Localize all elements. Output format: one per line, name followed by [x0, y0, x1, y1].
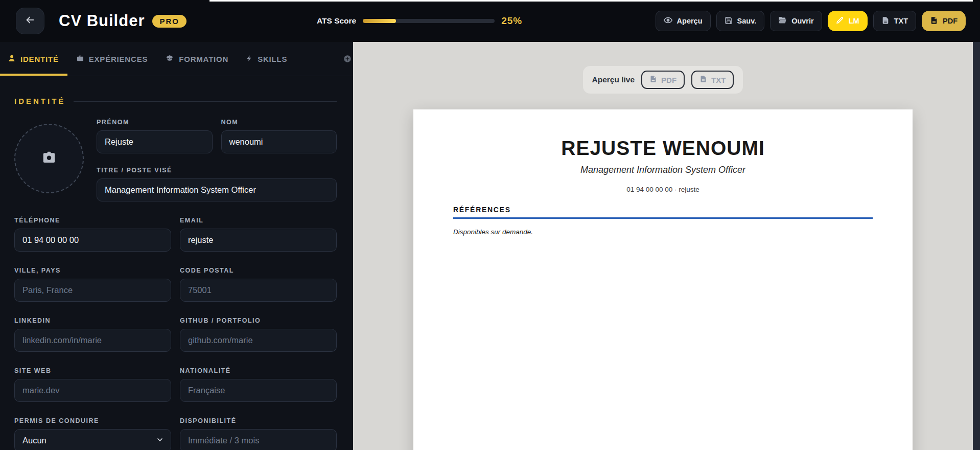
github-input[interactable]: [180, 329, 337, 352]
app-logo: CV Builder PRO: [59, 12, 186, 30]
lm-label: LM: [849, 17, 859, 25]
preview-pdf-label: PDF: [661, 76, 676, 84]
disponibilite-label: DISPONIBILITÉ: [180, 417, 337, 424]
eye-icon: [664, 16, 672, 26]
identity-section-title: IDENTITÉ: [14, 97, 65, 105]
header: CV Builder PRO ATS Score 25% Aperçu Sauv…: [0, 0, 980, 42]
preview-toolbar: Aperçu live PDF TXT: [583, 66, 743, 94]
tab-skills-label: SKILLS: [258, 55, 287, 63]
txt-export-button[interactable]: TXT: [873, 11, 916, 31]
graduation-cap-icon: [165, 54, 174, 64]
pencil-icon: [836, 16, 844, 26]
tab-identite-label: IDENTITÉ: [20, 55, 59, 63]
chevron-down-icon: [156, 436, 164, 446]
arrow-left-icon: [25, 14, 36, 28]
tab-formation-label: FORMATION: [179, 55, 228, 63]
vertical-scrollbar[interactable]: [973, 42, 980, 450]
nom-label: NOM: [221, 119, 337, 126]
ats-progress-fill: [363, 19, 396, 23]
linkedin-input[interactable]: [14, 329, 171, 352]
file-text-icon: [881, 16, 890, 26]
file-pdf-icon: [649, 75, 657, 84]
titre-input[interactable]: [97, 178, 337, 201]
back-button[interactable]: [16, 8, 44, 34]
linkedin-label: LINKEDIN: [14, 317, 171, 324]
cv-section-body: Disponibles sur demande.: [453, 228, 873, 236]
ats-score-percent: 25%: [501, 15, 522, 27]
briefcase-icon: [76, 54, 84, 64]
preview-toolbar-label: Aperçu live: [592, 75, 635, 84]
open-label: Ouvrir: [791, 17, 814, 25]
tab-experiences[interactable]: EXPÉRIENCES: [67, 42, 157, 76]
ville-label: VILLE, PAYS: [14, 267, 171, 274]
github-label: GITHUB / PORTFOLIO: [180, 317, 337, 324]
ats-score: ATS Score 25%: [317, 15, 522, 27]
top-window-edge: [209, 0, 973, 2]
identity-section-head: IDENTITÉ: [14, 97, 337, 105]
preview-pdf-button[interactable]: PDF: [641, 71, 685, 89]
email-input[interactable]: [180, 229, 337, 252]
preview-txt-button[interactable]: TXT: [691, 71, 734, 89]
cv-contact-line: 01 94 00 00 00 · rejuste: [453, 186, 873, 193]
tab-identite[interactable]: IDENTITÉ: [0, 42, 67, 76]
tab-experiences-label: EXPÉRIENCES: [89, 55, 148, 63]
permis-label: PERMIS DE CONDUIRE: [14, 417, 171, 424]
apercu-button[interactable]: Aperçu: [656, 11, 711, 31]
site-web-input[interactable]: [14, 379, 171, 402]
permis-select[interactable]: Aucun: [14, 429, 171, 450]
cv-page: REJUSTE WENOUMI Management Information S…: [413, 109, 913, 450]
tab-skills[interactable]: SKILLS: [237, 42, 296, 76]
bolt-icon: [246, 54, 253, 64]
telephone-label: TÉLÉPHONE: [14, 217, 171, 224]
nationalite-input[interactable]: [180, 379, 337, 402]
save-label: Sauv.: [737, 17, 757, 25]
code-postal-input[interactable]: [180, 279, 337, 302]
cv-job-title: Management Information System Officer: [453, 165, 873, 175]
telephone-input[interactable]: [14, 229, 171, 252]
titre-label: TITRE / POSTE VISÉ: [97, 167, 337, 174]
ats-progress-bar: [363, 19, 495, 23]
live-preview-pane: Aperçu live PDF TXT REJUSTE WENOUMI Mana…: [353, 42, 973, 450]
add-section-icon[interactable]: [343, 55, 352, 63]
user-icon: [8, 54, 16, 64]
disponibilite-input[interactable]: [180, 429, 337, 450]
site-web-label: SITE WEB: [14, 367, 171, 374]
ats-score-label: ATS Score: [317, 16, 356, 26]
section-tabs: IDENTITÉ EXPÉRIENCES FORMATION: [0, 42, 353, 76]
open-button[interactable]: Ouvrir: [770, 11, 822, 31]
cv-builder-app: CV Builder PRO ATS Score 25% Aperçu Sauv…: [0, 0, 980, 450]
section-divider: [74, 101, 337, 102]
code-postal-label: CODE POSTAL: [180, 267, 337, 274]
cv-section-rule: [453, 217, 873, 219]
photo-upload[interactable]: [14, 124, 84, 193]
cv-name: REJUSTE WENOUMI: [453, 137, 873, 160]
cv-section-heading: RÉFÉRENCES: [453, 206, 873, 214]
txt-label: TXT: [894, 17, 908, 25]
pdf-label: PDF: [943, 17, 958, 25]
email-label: EMAIL: [180, 217, 337, 224]
pdf-export-button[interactable]: PDF: [922, 11, 966, 31]
nom-input[interactable]: [221, 130, 337, 153]
lm-button[interactable]: LM: [828, 11, 868, 31]
apercu-label: Aperçu: [677, 17, 703, 25]
file-pdf-icon: [930, 16, 938, 26]
camera-icon: [40, 150, 58, 167]
pro-badge: PRO: [152, 15, 186, 28]
app-title: CV Builder: [59, 12, 145, 30]
editor-sidebar: IDENTITÉ EXPÉRIENCES FORMATION: [0, 42, 353, 450]
save-icon: [725, 16, 733, 26]
ville-input[interactable]: [14, 279, 171, 302]
prenom-label: PRÉNOM: [97, 119, 213, 126]
identity-form: IDENTITÉ PRÉNOM: [0, 76, 353, 450]
prenom-input[interactable]: [97, 130, 213, 153]
folder-open-icon: [778, 16, 787, 26]
permis-selected-value: Aucun: [22, 436, 46, 445]
file-text-icon: [699, 75, 707, 84]
save-button[interactable]: Sauv.: [716, 11, 765, 31]
header-actions: Aperçu Sauv. Ouvrir LM: [656, 11, 966, 31]
nationalite-label: NATIONALITÉ: [180, 367, 337, 374]
preview-txt-label: TXT: [711, 76, 726, 84]
tab-formation[interactable]: FORMATION: [156, 42, 237, 76]
